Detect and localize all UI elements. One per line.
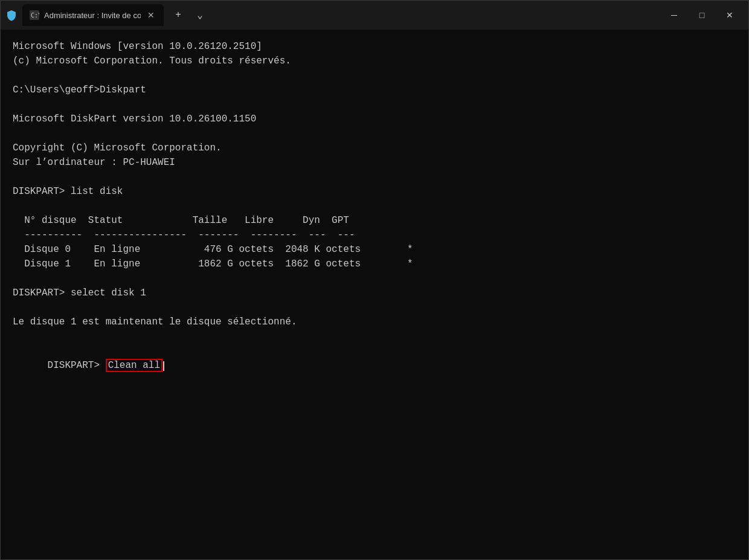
output-line-6: Microsoft DiskPart version 10.0.26100.11… [13, 112, 736, 126]
output-line-14: DISKPART> select disk 1 [13, 286, 736, 300]
new-tab-button[interactable]: + [169, 5, 188, 25]
output-line-8: Copyright (C) Microsoft Corporation. [13, 141, 736, 155]
tab-actions: + ⌄ [169, 5, 210, 25]
blank-line-5 [13, 199, 736, 213]
blank-line-1 [13, 68, 736, 83]
titlebar: C:\ Administrateur : Invite de con ✕ + ⌄… [1, 1, 748, 30]
terminal-window: C:\ Administrateur : Invite de con ✕ + ⌄… [0, 0, 749, 560]
tab-dropdown-button[interactable]: ⌄ [190, 5, 210, 25]
current-input-line[interactable]: DISKPART> Clean all [13, 344, 736, 387]
table-row-1: Disque 0 En ligne 476 G octets 2048 K oc… [13, 242, 736, 257]
blank-line-3 [13, 126, 736, 141]
close-button[interactable]: ✕ [716, 4, 744, 26]
output-line-16: Le disque 1 est maintenant le disque sél… [13, 315, 736, 329]
command-text: Clean all [108, 360, 160, 371]
window-controls: ─ □ ✕ [660, 4, 744, 26]
highlighted-command: Clean all [106, 359, 162, 372]
terminal-output[interactable]: Microsoft Windows [version 10.0.26120.25… [1, 30, 748, 559]
blank-line-4 [13, 170, 736, 184]
tab-close-button[interactable]: ✕ [146, 10, 156, 21]
active-tab[interactable]: C:\ Administrateur : Invite de con ✕ [22, 4, 164, 26]
tab-title: Administrateur : Invite de con [44, 11, 141, 20]
output-line-9: Sur l’ordinateur : PC-HUAWEI [13, 155, 736, 170]
output-line-4: C:\Users\geoff>Diskpart [13, 83, 736, 97]
output-line-2: (c) Microsoft Corporation. Tous droits r… [13, 54, 736, 68]
prompt: DISKPART> [48, 360, 106, 371]
table-sep: ---------- ---------------- ------- ----… [13, 228, 736, 242]
cursor [163, 361, 164, 371]
blank-line-2 [13, 97, 736, 112]
blank-line-8 [13, 329, 736, 344]
maximize-button[interactable]: □ [688, 4, 716, 26]
titlebar-left: C:\ Administrateur : Invite de con ✕ + ⌄ [5, 4, 660, 26]
blank-line-7 [13, 300, 736, 315]
blank-line-6 [13, 271, 736, 286]
cmd-icon: C:\ [30, 10, 39, 20]
svg-text:C:\: C:\ [31, 12, 39, 19]
output-line-11: DISKPART> list disk [13, 184, 736, 199]
table-row-2: Disque 1 En ligne 1862 G octets 1862 G o… [13, 257, 736, 271]
output-line-1: Microsoft Windows [version 10.0.26120.25… [13, 39, 736, 54]
shield-icon [5, 9, 18, 21]
minimize-button[interactable]: ─ [660, 4, 688, 26]
table-header: N° disque Statut Taille Libre Dyn GPT [13, 213, 736, 228]
